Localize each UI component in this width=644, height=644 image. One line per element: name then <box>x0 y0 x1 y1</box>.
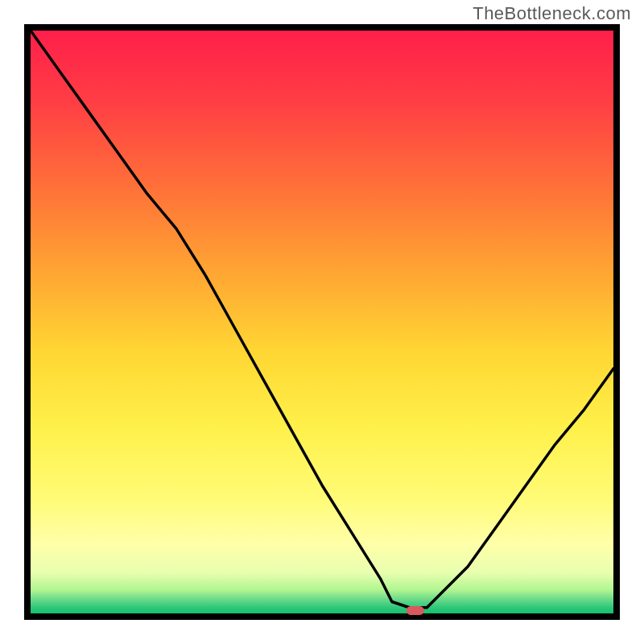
gradient-background <box>31 31 613 613</box>
chart-svg <box>24 24 620 620</box>
optimal-point-marker <box>407 606 424 615</box>
watermark-text: TheBottleneck.com <box>473 3 631 24</box>
bottleneck-chart <box>24 24 620 620</box>
